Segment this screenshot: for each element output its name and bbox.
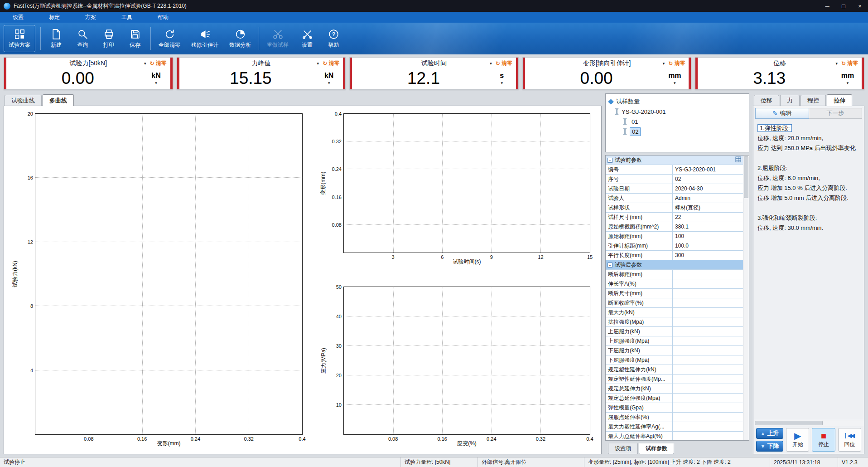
close-button[interactable]: × xyxy=(852,0,868,12)
dropdown-icon[interactable]: ▾ xyxy=(674,81,676,85)
param-row[interactable]: 最大力塑性延伸率Ag(... xyxy=(606,422,743,432)
dropdown-icon[interactable]: ▾ xyxy=(663,61,665,66)
param-row[interactable]: 试样形状棒材(直径) xyxy=(606,203,743,213)
menu-item-scheme[interactable]: 方案 xyxy=(72,12,109,23)
display-panel-4: 位移▾↻清零3.13mm▾ xyxy=(695,57,864,90)
dropdown-icon[interactable]: ▾ xyxy=(144,61,146,66)
param-row[interactable]: 试样尺寸(mm)22 xyxy=(606,213,743,222)
param-row[interactable]: 原始横截面积(mm^2)380.1 xyxy=(606,222,743,232)
dropdown-icon[interactable]: ▾ xyxy=(847,81,849,85)
toolbar-button-scheme[interactable]: 试验方案 xyxy=(4,25,35,52)
tree-batch[interactable]: YS-GJ-2020-001 xyxy=(608,107,747,117)
param-label: 试验人 xyxy=(606,194,673,203)
param-group-header[interactable]: -试验前参数 xyxy=(606,156,743,165)
display-header-controls: ▾↻清零 xyxy=(663,59,685,67)
param-row[interactable]: 规定总延伸力(kN) xyxy=(606,384,743,394)
clear-button[interactable]: ↻清零 xyxy=(841,59,858,67)
chart-deformation-time: 变形(mm) 0.080.160.240.320.43691215 试验时间(s… xyxy=(319,110,595,269)
stop-button[interactable]: ■ 停止 xyxy=(812,428,835,452)
param-row[interactable]: 抗拉强度(Mpa) xyxy=(606,317,743,327)
stop-button-label: 停止 xyxy=(818,441,829,448)
param-label: 抗拉强度(Mpa) xyxy=(606,317,673,326)
params-grid-icon[interactable] xyxy=(735,156,741,164)
param-row[interactable]: 弹性模量(Gpa) xyxy=(606,403,743,413)
param-group-header[interactable]: -试验后参数 xyxy=(606,260,743,270)
tab-tension[interactable]: 拉伸 xyxy=(827,94,852,106)
param-row[interactable]: 断面收缩率(%) xyxy=(606,298,743,308)
crosshead-up-button[interactable]: ▲ 上升 xyxy=(756,428,783,439)
param-row[interactable]: 编号YS-GJ-2020-001 xyxy=(606,165,743,175)
param-row[interactable]: 最大力(kN) xyxy=(606,308,743,317)
toolbar-button-settings[interactable]: 设置 xyxy=(294,23,320,54)
start-button[interactable]: ▶ 开始 xyxy=(786,428,809,452)
maximize-button[interactable]: □ xyxy=(835,0,852,12)
clear-button[interactable]: ↻清零 xyxy=(323,59,339,67)
toolbar-button-new[interactable]: 新建 xyxy=(43,23,69,54)
clear-button[interactable]: ↻清零 xyxy=(150,59,167,67)
menu-item-calibration[interactable]: 标定 xyxy=(36,12,72,23)
collapse-icon[interactable]: - xyxy=(608,158,612,163)
scrollbar-thumb[interactable] xyxy=(755,421,823,425)
param-row[interactable]: 上屈服强度(Mpa) xyxy=(606,336,743,346)
gridline-v xyxy=(540,287,541,434)
param-row[interactable]: 规定塑性延伸强度(Mp... xyxy=(606,375,743,384)
param-row[interactable]: 序号02 xyxy=(606,175,743,184)
param-label: 最大力(kN) xyxy=(606,308,673,317)
toolbar-button-help[interactable]: ?帮助 xyxy=(320,23,347,54)
toolbar-button-save[interactable]: 保存 xyxy=(122,23,148,54)
toolbar-button-clearall[interactable]: 全部清零 xyxy=(153,23,186,54)
display-unit: mm xyxy=(841,72,854,80)
tab-settings-items[interactable]: 设置项 xyxy=(608,443,638,454)
dropdown-icon[interactable]: ▾ xyxy=(317,61,319,66)
minimize-button[interactable]: ─ xyxy=(819,0,835,12)
crosshead-down-button[interactable]: ▼ 下降 xyxy=(756,441,783,452)
menu-item-settings[interactable]: 设置 xyxy=(0,12,36,23)
param-row[interactable]: 试验日期2020-04-30 xyxy=(606,184,743,194)
param-row[interactable]: 屈服点延伸率(%) xyxy=(606,413,743,422)
tab-force[interactable]: 力 xyxy=(780,95,800,106)
scrollbar-thumb[interactable] xyxy=(744,156,748,198)
tree-sample-01[interactable]: 01 xyxy=(608,117,747,126)
dropdown-icon[interactable]: ▾ xyxy=(490,61,492,66)
tab-program[interactable]: 程控 xyxy=(800,95,826,106)
dropdown-icon[interactable]: ▾ xyxy=(501,81,503,85)
tree-sample-02[interactable]: 02 xyxy=(608,126,747,136)
param-row[interactable]: 试验人Admin xyxy=(606,194,743,203)
clear-button[interactable]: ↻清零 xyxy=(668,59,685,67)
menu-item-help[interactable]: 帮助 xyxy=(145,12,181,23)
param-row[interactable]: 伸长率A(%) xyxy=(606,279,743,289)
collapse-icon[interactable]: - xyxy=(608,263,612,268)
tab-test-curve[interactable]: 试验曲线 xyxy=(5,95,42,106)
param-row[interactable]: 最大力总延伸率Agt(%) xyxy=(606,432,743,440)
toolbar-button-search[interactable]: 查询 xyxy=(69,23,96,54)
tab-sample-params[interactable]: 试样参数 xyxy=(639,443,674,454)
param-row[interactable]: 断后标距(mm) xyxy=(606,270,743,279)
horizontal-scrollbar[interactable] xyxy=(754,420,863,426)
tab-multi-curve[interactable]: 多曲线 xyxy=(43,94,74,106)
toolbar-button-print[interactable]: 打印 xyxy=(96,23,122,54)
menu-item-tools[interactable]: 工具 xyxy=(109,12,145,23)
program-line xyxy=(757,153,860,163)
param-row[interactable]: 规定总延伸强度(Mpa) xyxy=(606,394,743,403)
clear-button[interactable]: ↻清零 xyxy=(496,59,512,67)
refresh-icon: ↻ xyxy=(668,60,673,67)
param-row[interactable]: 引伸计标距(mm)100.0 xyxy=(606,241,743,251)
tab-displacement[interactable]: 位移 xyxy=(754,95,779,106)
toolbar-button-analysis[interactable]: 数据分析 xyxy=(224,23,256,54)
param-row[interactable]: 规定塑性延伸力(kN) xyxy=(606,365,743,375)
toolbar-button-extenso[interactable]: 移除引伸计 xyxy=(186,23,224,54)
param-row[interactable]: 上屈服力(kN) xyxy=(606,327,743,336)
param-row[interactable]: 断后尺寸(mm) xyxy=(606,289,743,298)
dropdown-icon[interactable]: ▾ xyxy=(155,81,157,85)
param-row[interactable]: 下屈服力(kN) xyxy=(606,346,743,355)
dropdown-icon[interactable]: ▾ xyxy=(835,61,838,66)
param-row[interactable]: 下屈服强度(Mpa) xyxy=(606,355,743,365)
param-row[interactable]: 原始标距(mm)100 xyxy=(606,232,743,241)
return-home-button[interactable]: ◀◀ 回位 xyxy=(838,428,861,452)
vertical-scrollbar[interactable] xyxy=(743,156,749,440)
next-step-button[interactable]: 下一步 xyxy=(809,108,863,119)
dropdown-icon[interactable]: ▾ xyxy=(328,81,330,85)
edit-button[interactable]: ✎ 编辑 xyxy=(755,108,809,119)
param-row[interactable]: 平行长度(mm)300 xyxy=(606,251,743,260)
tree-root-sample-count[interactable]: 试样数量 xyxy=(608,97,747,107)
